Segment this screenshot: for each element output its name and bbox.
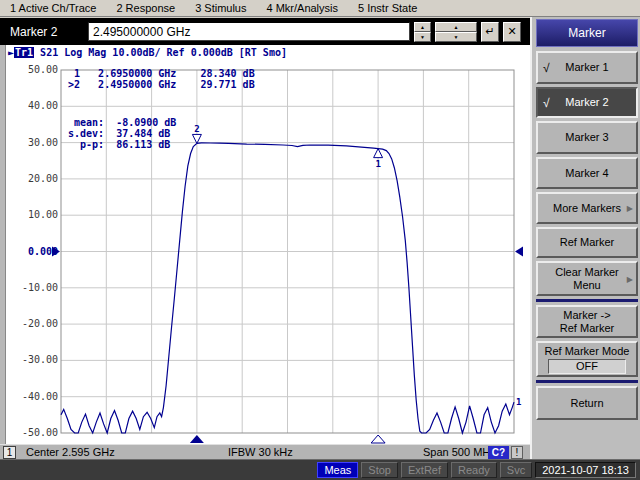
marker-readout-row: 1 2.6950000 GHz 28.340 dB bbox=[62, 68, 255, 79]
softkey-label: Ref Marker bbox=[560, 236, 614, 249]
taskbar-clock: 2021-10-07 18:13 bbox=[535, 462, 636, 478]
menubar-item-2[interactable]: 2 Response bbox=[106, 0, 185, 16]
coarse-spin-down-button[interactable]: ▼ bbox=[435, 32, 477, 42]
entry-field-label: Marker 2 bbox=[0, 25, 88, 39]
softkey-menu-title: Marker bbox=[536, 19, 638, 47]
active-marker-icon bbox=[192, 134, 201, 143]
checkmark-icon: √ bbox=[543, 61, 550, 74]
softkey-label: Marker 4 bbox=[565, 167, 608, 180]
softkey-label: More Markers bbox=[553, 202, 621, 215]
y-axis-tick-label: -40.00 bbox=[6, 391, 58, 402]
softkey-return[interactable]: Return bbox=[536, 386, 638, 420]
instrument-taskbar: MeasStopExtRefReadySvc2021-10-07 18:13 bbox=[0, 459, 640, 480]
menubar-item-4[interactable]: 4 Mkr/Analysis bbox=[256, 0, 348, 16]
channel-status-bar: 1 Center 2.595 GHz IFBW 30 kHz Span 500 … bbox=[0, 444, 530, 459]
marker-icon bbox=[374, 149, 383, 158]
statistics-row: p-p: 86.113 dB bbox=[68, 139, 170, 150]
graticule-plot: 121 bbox=[0, 45, 530, 444]
softkey-ref-marker-mode[interactable]: Ref Marker ModeOFF bbox=[536, 341, 638, 377]
active-marker-stimulus-icon bbox=[190, 435, 204, 443]
taskbar-ready-indicator: Ready bbox=[451, 462, 497, 478]
softkey-label: Marker 2 bbox=[565, 96, 608, 109]
marker-number-label: 2 bbox=[194, 124, 199, 134]
softkey-clear-marker-menu[interactable]: Clear Marker Menu▶ bbox=[536, 261, 638, 296]
center-frequency-text: Center 2.595 GHz bbox=[26, 446, 115, 458]
y-axis-tick-label: -30.00 bbox=[6, 354, 58, 365]
softkey-label: Return bbox=[570, 397, 603, 410]
softkey-label: Marker -> Ref Marker bbox=[560, 309, 614, 335]
menu-bar: 1 Active Ch/Trace2 Response3 Stimulus4 M… bbox=[0, 0, 640, 17]
marker-readout-row: >2 2.4950000 GHz 29.771 dB bbox=[62, 79, 255, 90]
softkey-more-markers[interactable]: More Markers▶ bbox=[536, 192, 638, 224]
menubar-item-1[interactable]: 1 Active Ch/Trace bbox=[0, 0, 106, 16]
ref-level-label: 0.000 bbox=[6, 246, 58, 257]
menu-separator bbox=[536, 380, 638, 383]
marker-number-label: 1 bbox=[375, 159, 380, 169]
warning-badge: ! bbox=[511, 446, 523, 459]
enter-button[interactable]: ↵ bbox=[481, 22, 499, 42]
y-axis-tick-label: -20.00 bbox=[6, 318, 58, 329]
taskbar-meas-indicator: Meas bbox=[317, 462, 358, 478]
softkey-value: OFF bbox=[548, 359, 626, 374]
menubar-item-5[interactable]: 5 Instr State bbox=[348, 0, 427, 16]
entry-bar: Marker 2 ▲ ▼ ▲ ▼ ↵ ✕ bbox=[0, 18, 530, 45]
taskbar-stop-indicator: Stop bbox=[361, 462, 398, 478]
softkey-label: Marker 3 bbox=[565, 131, 608, 144]
y-axis-tick-label: 20.00 bbox=[6, 173, 58, 184]
softkey-label: Marker 1 bbox=[565, 61, 608, 74]
marker-stimulus-icon bbox=[371, 435, 385, 443]
statistics-row: mean: -8.0900 dB bbox=[68, 117, 176, 128]
spin-up-button[interactable]: ▲ bbox=[414, 22, 431, 32]
trace-number-label: 1 bbox=[516, 397, 521, 407]
y-axis-tick-label: -50.00 bbox=[6, 427, 58, 438]
y-axis-tick-label: 40.00 bbox=[6, 100, 58, 111]
menubar-item-3[interactable]: 3 Stimulus bbox=[185, 0, 256, 16]
softkey-marker-3[interactable]: Marker 3 bbox=[536, 121, 638, 154]
submenu-arrow-icon: ▶ bbox=[627, 202, 633, 215]
ifbw-text: IFBW 30 kHz bbox=[228, 446, 293, 458]
ref-level-arrow-right-icon bbox=[515, 247, 523, 257]
span-text: Span 500 MHz bbox=[423, 446, 496, 458]
softkey-label: Clear Marker Menu bbox=[555, 266, 619, 292]
softkey-marker-to-ref-marker[interactable]: Marker -> Ref Marker bbox=[536, 305, 638, 338]
submenu-arrow-icon: ▶ bbox=[627, 272, 633, 285]
menu-separator bbox=[536, 299, 638, 302]
channel-number-badge: 1 bbox=[3, 446, 16, 459]
spin-down-button[interactable]: ▼ bbox=[414, 32, 431, 42]
y-axis-tick-label: 30.00 bbox=[6, 137, 58, 148]
y-axis-tick-label: -10.00 bbox=[6, 282, 58, 293]
taskbar-svc-indicator: Svc bbox=[500, 462, 532, 478]
softkey-marker-4[interactable]: Marker 4 bbox=[536, 157, 638, 189]
softkey-ref-marker[interactable]: Ref Marker bbox=[536, 227, 638, 258]
statistics-row: s.dev: 37.484 dB bbox=[68, 128, 170, 139]
correction-badge: C? bbox=[488, 446, 509, 459]
fine-spinner: ▲ ▼ bbox=[414, 22, 431, 42]
measurement-display: ►Tr1 S21 Log Mag 10.00dB/ Ref 0.000dB [R… bbox=[0, 45, 530, 444]
close-entry-button[interactable]: ✕ bbox=[503, 22, 521, 42]
softkey-marker-2[interactable]: Marker 2√ bbox=[536, 87, 638, 118]
taskbar-extref-indicator: ExtRef bbox=[401, 462, 448, 478]
marker-value-input[interactable] bbox=[88, 22, 410, 41]
checkmark-icon: √ bbox=[543, 96, 550, 109]
coarse-spinner: ▲ ▼ bbox=[435, 22, 477, 42]
softkey-marker-1[interactable]: Marker 1√ bbox=[536, 51, 638, 84]
y-axis-tick-label: 10.00 bbox=[6, 209, 58, 220]
coarse-spin-up-button[interactable]: ▲ bbox=[435, 22, 477, 32]
softkey-menu: Marker Marker 1√Marker 2√Marker 3Marker … bbox=[530, 17, 640, 459]
y-axis-tick-label: 50.00 bbox=[6, 64, 58, 75]
softkey-label: Ref Marker Mode bbox=[545, 345, 630, 357]
